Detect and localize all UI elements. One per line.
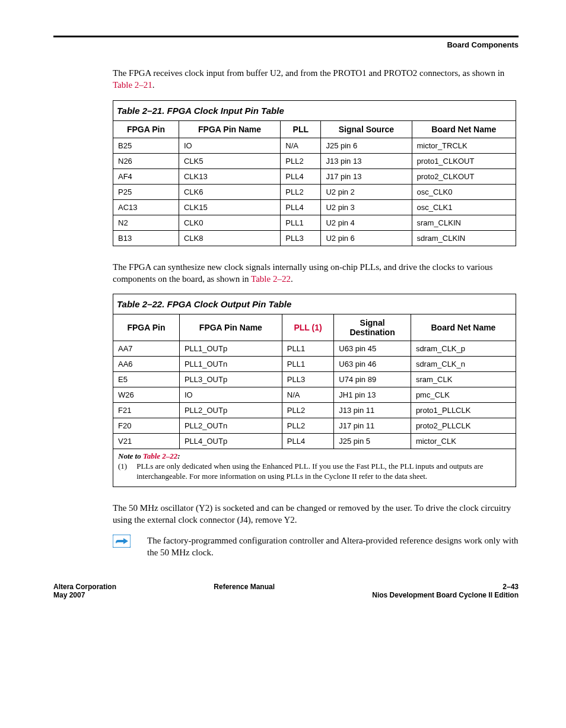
cell: PLL2_OUTn: [179, 418, 282, 434]
cell: V21: [113, 434, 180, 449]
cell: B25: [113, 138, 179, 153]
cell: AA6: [113, 357, 180, 372]
cell: sdram_CLK_p: [411, 341, 516, 357]
cell: PLL4: [281, 169, 321, 184]
table-row: N26CLK5PLL2J13 pin 13proto1_CLKOUT: [113, 153, 516, 169]
cell: U2 pin 2: [321, 184, 412, 199]
section-header: Board Components: [53, 40, 519, 49]
table-row: B13CLK8PLL3U2 pin 6sdram_CLKIN: [113, 230, 516, 246]
cell: PLL2: [282, 403, 333, 418]
cell: PLL1: [282, 357, 333, 372]
cell: IO: [179, 138, 280, 153]
table-row: W26ION/AJH1 pin 13pmc_CLK: [113, 387, 516, 403]
table-row: AA7PLL1_OUTpPLL1U63 pin 45sdram_CLK_p: [113, 341, 516, 357]
t22-h3-a: PLL: [294, 323, 309, 332]
cell: AA7: [113, 341, 180, 357]
cell: PLL1_OUTn: [179, 357, 282, 372]
table-row: AC13CLK15PLL4U2 pin 3osc_CLK1: [113, 199, 516, 215]
t21-h5: Board Net Name: [412, 120, 516, 138]
cell: J13 pin 13: [321, 153, 412, 169]
cell: U2 pin 3: [321, 199, 412, 215]
cell: U63 pin 46: [334, 357, 411, 372]
cell: CLK5: [179, 153, 280, 169]
table-row: F20PLL2_OUTnPLL2J17 pin 11proto2_PLLCLK: [113, 418, 516, 434]
cell: proto2_PLLCLK: [411, 418, 516, 434]
cell: CLK15: [179, 199, 280, 215]
table-21: Table 2–21. FPGA Clock Input Pin Table F…: [113, 100, 516, 246]
table-22-header-row: FPGA Pin FPGA Pin Name PLL (1) SignalDes…: [113, 314, 516, 341]
t22-h2: FPGA Pin Name: [179, 314, 282, 341]
cell: mictor_TRCLK: [412, 138, 516, 153]
table-22: Table 2–22. FPGA Clock Output Pin Table …: [113, 294, 516, 449]
cell: PLL4: [281, 199, 321, 215]
t22-h3-b[interactable]: (1): [310, 323, 322, 332]
pointer-note: The factory-programmed configuration con…: [113, 535, 519, 559]
cell: JH1 pin 13: [334, 387, 411, 403]
cell: PLL3_OUTp: [179, 372, 282, 387]
cell: P25: [113, 184, 179, 199]
cell: sram_CLK: [411, 372, 516, 387]
t22-h4a: Signal: [360, 318, 385, 328]
table-22-caption: Table 2–22. FPGA Clock Output Pin Table: [113, 294, 516, 314]
table-21-header-row: FPGA Pin FPGA Pin Name PLL Signal Source…: [113, 120, 516, 138]
cell: osc_CLK0: [412, 184, 516, 199]
t22-h4: SignalDestination: [334, 314, 411, 341]
t22-h1: FPGA Pin: [113, 314, 180, 341]
cell: U74 pin 89: [334, 372, 411, 387]
cell: E5: [113, 372, 180, 387]
table-row: N2CLK0PLL1U2 pin 4sram_CLKIN: [113, 215, 516, 230]
cell: PLL2: [282, 418, 333, 434]
footer-doc: Nios Development Board Cyclone II Editio…: [372, 591, 519, 599]
cell: proto1_PLLCLK: [411, 403, 516, 418]
note-title-link[interactable]: Table 2–22: [143, 452, 177, 460]
intro-paragraph-2: The FPGA can synthesize new clock signal…: [113, 261, 519, 285]
cell: sdram_CLK_n: [411, 357, 516, 372]
footer-date: May 2007: [53, 591, 116, 599]
para1-a: The FPGA receives clock input from buffe…: [113, 68, 504, 78]
cell: mictor_CLK: [411, 434, 516, 449]
para2-b: .: [291, 274, 293, 284]
cell: N26: [113, 153, 179, 169]
cell: F21: [113, 403, 180, 418]
cell: N/A: [282, 387, 333, 403]
t22-h5: Board Net Name: [411, 314, 516, 341]
cell: PLL4: [282, 434, 333, 449]
cell: proto1_CLKOUT: [412, 153, 516, 169]
cell: J13 pin 11: [334, 403, 411, 418]
note-body: PLLs are only dedicated when using the E…: [136, 462, 511, 482]
cell: CLK8: [179, 230, 280, 246]
cell: CLK0: [179, 215, 280, 230]
header-rule-thick: [53, 36, 519, 37]
para1-link[interactable]: Table 2–21: [113, 80, 152, 90]
cell: J17 pin 13: [321, 169, 412, 184]
t22-h4b: Destination: [349, 328, 395, 337]
cell: J25 pin 6: [321, 138, 412, 153]
cell: PLL1: [281, 215, 321, 230]
cell: osc_CLK1: [412, 199, 516, 215]
cell: U2 pin 6: [321, 230, 412, 246]
cell: PLL2: [281, 153, 321, 169]
footer-company: Altera Corporation: [53, 583, 116, 591]
table-row: V21PLL4_OUTpPLL4J25 pin 5mictor_CLK: [113, 434, 516, 449]
cell: PLL1_OUTp: [179, 341, 282, 357]
note-number: (1): [118, 462, 127, 482]
t22-h3: PLL (1): [282, 314, 333, 341]
cell: sdram_CLKIN: [412, 230, 516, 246]
cell: PLL3: [282, 372, 333, 387]
table-row: AF4CLK13PLL4J17 pin 13proto2_CLKOUT: [113, 169, 516, 184]
intro-paragraph-1: The FPGA receives clock input from buffe…: [113, 67, 519, 91]
table-22-note: Note to Table 2–22: (1) PLLs are only de…: [113, 449, 516, 487]
cell: PLL4_OUTp: [179, 434, 282, 449]
t21-h2: FPGA Pin Name: [179, 120, 280, 138]
cell: AC13: [113, 199, 179, 215]
cell: J25 pin 5: [334, 434, 411, 449]
cell: J17 pin 11: [334, 418, 411, 434]
footer-page: 2–43: [372, 583, 519, 591]
cell: AF4: [113, 169, 179, 184]
t21-h4: Signal Source: [321, 120, 412, 138]
cell: F20: [113, 418, 180, 434]
para2-link[interactable]: Table 2–22: [251, 274, 291, 284]
footer-center: Reference Manual: [214, 583, 275, 599]
cell: CLK13: [179, 169, 280, 184]
cell: pmc_CLK: [411, 387, 516, 403]
